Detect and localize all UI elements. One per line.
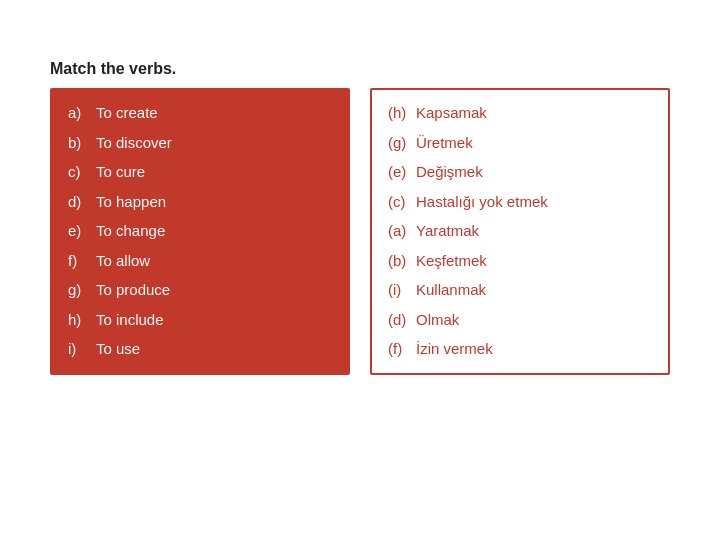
- item-label: (e): [388, 161, 416, 184]
- list-item: d)To happen: [68, 191, 332, 214]
- item-text: To create: [96, 102, 332, 125]
- item-text: Kullanmak: [416, 279, 652, 302]
- main-content: Match the verbs. a)To createb)To discove…: [50, 60, 670, 375]
- list-item: b)To discover: [68, 132, 332, 155]
- page-title: Match the verbs.: [50, 60, 670, 78]
- columns-container: a)To createb)To discoverc)To cured)To ha…: [50, 88, 670, 375]
- list-item: (f) İzin vermek: [388, 338, 652, 361]
- item-label: (b): [388, 250, 416, 273]
- item-text: Yaratmak: [416, 220, 652, 243]
- item-text: To use: [96, 338, 332, 361]
- item-label: h): [68, 309, 96, 332]
- list-item: f)To allow: [68, 250, 332, 273]
- right-column: (h) Kapsamak(g) Üretmek(e) Değişmek(c) H…: [370, 88, 670, 375]
- item-label: (d): [388, 309, 416, 332]
- item-text: To include: [96, 309, 332, 332]
- item-text: Değişmek: [416, 161, 652, 184]
- item-label: (h): [388, 102, 416, 125]
- item-label: a): [68, 102, 96, 125]
- item-label: b): [68, 132, 96, 155]
- item-label: (f): [388, 338, 416, 361]
- item-text: To discover: [96, 132, 332, 155]
- item-label: g): [68, 279, 96, 302]
- list-item: (h) Kapsamak: [388, 102, 652, 125]
- list-item: (c) Hastalığı yok etmek: [388, 191, 652, 214]
- item-text: Hastalığı yok etmek: [416, 191, 652, 214]
- item-label: (i): [388, 279, 416, 302]
- item-label: (g): [388, 132, 416, 155]
- item-text: Kapsamak: [416, 102, 652, 125]
- item-label: (c): [388, 191, 416, 214]
- item-text: To change: [96, 220, 332, 243]
- list-item: a)To create: [68, 102, 332, 125]
- list-item: (e) Değişmek: [388, 161, 652, 184]
- item-text: İzin vermek: [416, 338, 652, 361]
- item-text: Keşfetmek: [416, 250, 652, 273]
- item-label: i): [68, 338, 96, 361]
- list-item: e)To change: [68, 220, 332, 243]
- item-label: e): [68, 220, 96, 243]
- list-item: (a) Yaratmak: [388, 220, 652, 243]
- item-label: (a): [388, 220, 416, 243]
- list-item: (g) Üretmek: [388, 132, 652, 155]
- item-label: c): [68, 161, 96, 184]
- item-text: To cure: [96, 161, 332, 184]
- item-label: f): [68, 250, 96, 273]
- item-text: To produce: [96, 279, 332, 302]
- item-text: Üretmek: [416, 132, 652, 155]
- list-item: (i) Kullanmak: [388, 279, 652, 302]
- list-item: i)To use: [68, 338, 332, 361]
- item-text: To allow: [96, 250, 332, 273]
- left-column: a)To createb)To discoverc)To cured)To ha…: [50, 88, 350, 375]
- list-item: h)To include: [68, 309, 332, 332]
- list-item: (b) Keşfetmek: [388, 250, 652, 273]
- item-text: Olmak: [416, 309, 652, 332]
- list-item: g)To produce: [68, 279, 332, 302]
- item-label: d): [68, 191, 96, 214]
- list-item: c)To cure: [68, 161, 332, 184]
- item-text: To happen: [96, 191, 332, 214]
- list-item: (d) Olmak: [388, 309, 652, 332]
